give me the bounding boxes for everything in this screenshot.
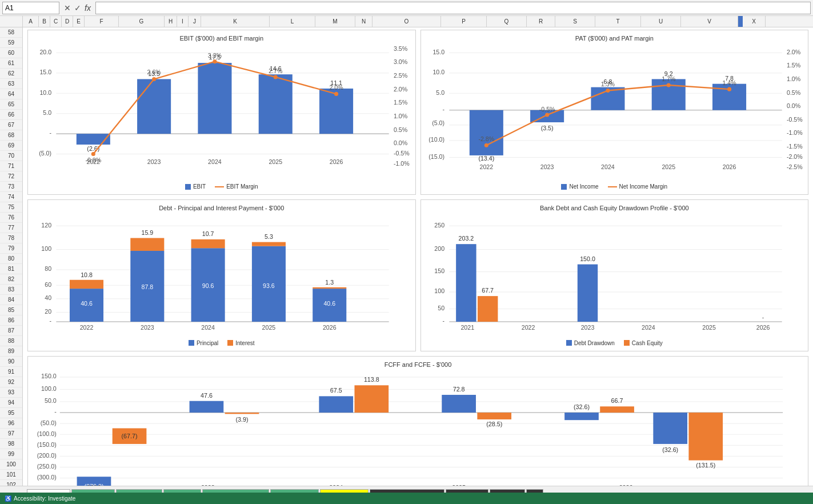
svg-text:2025: 2025: [702, 324, 716, 331]
col-F[interactable]: F: [85, 16, 119, 27]
svg-point-34: [152, 77, 156, 81]
svg-text:2025: 2025: [269, 158, 282, 165]
svg-text:(131.5): (131.5): [696, 461, 715, 468]
confirm-icon: ✓: [74, 3, 81, 13]
svg-text:2022: 2022: [521, 324, 535, 331]
pat-chart-title: PAT ($'000) and PAT margin: [426, 35, 804, 42]
svg-rect-192: [564, 413, 599, 420]
ebit-legend: EBIT EBIT Margin: [33, 183, 411, 190]
cell-reference-box[interactable]: A1: [2, 2, 59, 14]
col-R[interactable]: R: [527, 16, 555, 27]
svg-text:(10.0): (10.0): [428, 136, 444, 143]
svg-text:120: 120: [41, 222, 51, 229]
col-O[interactable]: O: [373, 16, 441, 27]
status-bar: ♿ Accessibility: Investigate: [0, 493, 813, 504]
svg-text:-0.5%: -0.5%: [394, 150, 410, 157]
svg-text:2022: 2022: [87, 484, 101, 486]
col-M[interactable]: M: [315, 16, 355, 27]
svg-text:2026: 2026: [323, 324, 337, 331]
svg-text:113.8: 113.8: [364, 376, 379, 383]
col-S[interactable]: S: [555, 16, 595, 27]
svg-text:100: 100: [41, 245, 51, 252]
svg-rect-181: [225, 413, 259, 414]
col-N[interactable]: N: [355, 16, 373, 27]
svg-text:-2.5%: -2.5%: [786, 163, 802, 170]
svg-rect-197: [688, 413, 723, 461]
col-U[interactable]: U: [641, 16, 681, 27]
col-J[interactable]: J: [189, 16, 201, 27]
col-K[interactable]: K: [201, 16, 270, 27]
svg-text:2024: 2024: [208, 158, 222, 165]
svg-point-84: [606, 89, 610, 93]
svg-text:90.6: 90.6: [202, 282, 214, 289]
col-Q[interactable]: Q: [487, 16, 527, 27]
svg-point-83: [545, 113, 549, 117]
col-T[interactable]: T: [595, 16, 641, 27]
ebit-chart-title: EBIT ($'000) and EBIT margin: [33, 35, 411, 42]
svg-rect-196: [653, 413, 687, 444]
svg-text:40.6: 40.6: [323, 300, 335, 307]
formula-icons: ✕ ✓ fx: [64, 3, 91, 13]
svg-text:2.0%: 2.0%: [329, 84, 343, 91]
col-I[interactable]: I: [177, 16, 189, 27]
svg-text:72.8: 72.8: [453, 386, 465, 393]
svg-rect-111: [130, 238, 164, 251]
accessibility-icon: ♿: [5, 495, 11, 502]
svg-text:15.9: 15.9: [141, 229, 153, 236]
svg-text:67.7: 67.7: [482, 287, 494, 294]
svg-text:(3.5): (3.5): [540, 125, 553, 131]
svg-point-33: [91, 152, 95, 156]
svg-text:2.6%: 2.6%: [147, 69, 162, 75]
debt-svg: 120 100 80 60 40 20 -: [33, 214, 411, 335]
ebit-bar-2023: [137, 79, 171, 134]
col-G[interactable]: G: [119, 16, 165, 27]
col-E[interactable]: E: [73, 16, 85, 27]
svg-rect-193: [600, 406, 634, 413]
ebit-svg: 20.0 15.0 10.0 5.0 - (5.0) 3.5% 3.0% 2.5…: [33, 44, 411, 179]
svg-text:-0.8%: -0.8%: [85, 157, 101, 163]
svg-text:150.0: 150.0: [580, 255, 595, 262]
svg-text:1.0%: 1.0%: [394, 113, 408, 119]
svg-text:15.0: 15.0: [39, 69, 51, 75]
col-P[interactable]: P: [441, 16, 487, 27]
svg-text:10.7: 10.7: [202, 230, 214, 237]
svg-text:-: -: [442, 106, 444, 113]
col-L[interactable]: L: [270, 16, 315, 27]
svg-text:0.5%: 0.5%: [786, 89, 800, 96]
svg-text:(15.0): (15.0): [428, 153, 444, 160]
bank-debt-chart-title: Bank Debt and Cash Equity Drawdown Profi…: [426, 205, 804, 211]
svg-text:2.0%: 2.0%: [394, 86, 408, 93]
svg-text:93.6: 93.6: [263, 282, 275, 289]
spreadsheet-area: 58 59 60 61 62 63 64 65 66 67 68 69 70 7…: [0, 27, 813, 486]
svg-text:2024: 2024: [329, 484, 343, 486]
svg-text:10.0: 10.0: [432, 69, 444, 75]
svg-point-35: [213, 59, 217, 63]
col-X[interactable]: X: [743, 16, 766, 27]
debt-chart: Debt - Principal and Interest Payment - …: [27, 199, 416, 351]
formula-bar: A1 ✕ ✓ fx: [0, 0, 813, 16]
col-A[interactable]: A: [23, 16, 39, 27]
col-V[interactable]: V: [681, 16, 738, 27]
svg-point-37: [334, 92, 338, 96]
svg-point-85: [666, 83, 670, 87]
svg-text:2025: 2025: [452, 484, 466, 486]
svg-text:-1.0%: -1.0%: [786, 129, 802, 136]
col-D[interactable]: D: [62, 16, 73, 27]
svg-text:-1.5%: -1.5%: [786, 143, 802, 150]
svg-text:2026: 2026: [330, 158, 343, 165]
col-W: [738, 16, 743, 27]
svg-text:-1.0%: -1.0%: [394, 160, 410, 167]
formula-input[interactable]: [95, 2, 811, 14]
svg-text:203.2: 203.2: [458, 235, 474, 242]
svg-text:(250.0): (250.0): [37, 463, 57, 470]
svg-text:(100.0): (100.0): [37, 430, 57, 437]
svg-text:(32.6): (32.6): [662, 446, 678, 453]
col-B[interactable]: B: [39, 16, 50, 27]
svg-text:1.5%: 1.5%: [786, 62, 800, 69]
svg-text:150.0: 150.0: [41, 373, 57, 379]
col-C[interactable]: C: [50, 16, 62, 27]
row-numbers: 58 59 60 61 62 63 64 65 66 67 68 69 70 7…: [0, 27, 23, 486]
svg-text:(150.0): (150.0): [37, 441, 57, 448]
col-H[interactable]: H: [165, 16, 177, 27]
svg-text:5.0: 5.0: [43, 109, 51, 116]
